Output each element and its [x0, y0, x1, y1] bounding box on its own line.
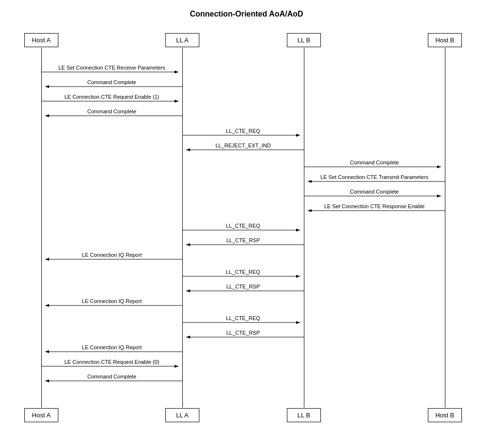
actor-box-bottom-llB: LL B — [287, 408, 321, 422]
message-label-0: LE Set Connection CTE Receive Parameters — [58, 65, 165, 71]
actor-box-top-llA: LL A — [165, 33, 199, 47]
actor-box-bottom-hostB: Host B — [428, 408, 462, 422]
message-label-14: LL_CTE_RSP — [226, 284, 260, 289]
message-label-19: LE Connection CTE Request Enable (0) — [64, 359, 159, 365]
message-label-13: LL_CTE_REQ — [226, 269, 261, 275]
message-label-20: Command Complete — [88, 374, 137, 379]
message-label-6: Command Complete — [350, 160, 399, 165]
message-label-9: LE Set Connection CTE Response Enable — [324, 203, 425, 209]
diagram-container: Connection-Oriented AoA/AoD LE Set Conne… — [10, 10, 483, 427]
message-label-2: LE Connection CTE Request Enable (1) — [64, 94, 159, 100]
message-label-1: Command Complete — [88, 79, 137, 85]
actor-box-top-llB: LL B — [287, 33, 321, 47]
message-label-4: LL_CTE_REQ — [226, 128, 261, 134]
diagram-title: Connection-Oriented AoA/AoD — [10, 10, 483, 18]
diagram-body: LE Set Connection CTE Receive Parameters… — [10, 28, 483, 427]
message-label-16: LL_CTE_REQ — [226, 315, 261, 321]
message-label-12: LE Connection IQ Report — [82, 252, 142, 258]
message-label-7: LE Set Connection CTE Transmit Parameter… — [320, 174, 428, 180]
message-label-18: LE Connection IQ Report — [82, 344, 142, 350]
message-label-10: LL_CTE_REQ — [226, 223, 261, 229]
actor-box-top-hostB: Host B — [428, 33, 462, 47]
actor-box-bottom-llA: LL A — [165, 408, 199, 422]
message-label-11: LL_CTE_RSP — [226, 237, 260, 243]
message-label-17: LL_CTE_RSP — [226, 330, 260, 336]
actor-box-bottom-hostA: Host A — [24, 408, 58, 422]
message-label-8: Command Complete — [350, 189, 399, 195]
message-label-15: LE Connection IQ Report — [82, 298, 142, 304]
actor-box-top-hostA: Host A — [24, 33, 58, 47]
message-label-3: Command Complete — [88, 108, 137, 114]
message-label-5: LL_REJECT_EXT_IND — [215, 143, 271, 148]
